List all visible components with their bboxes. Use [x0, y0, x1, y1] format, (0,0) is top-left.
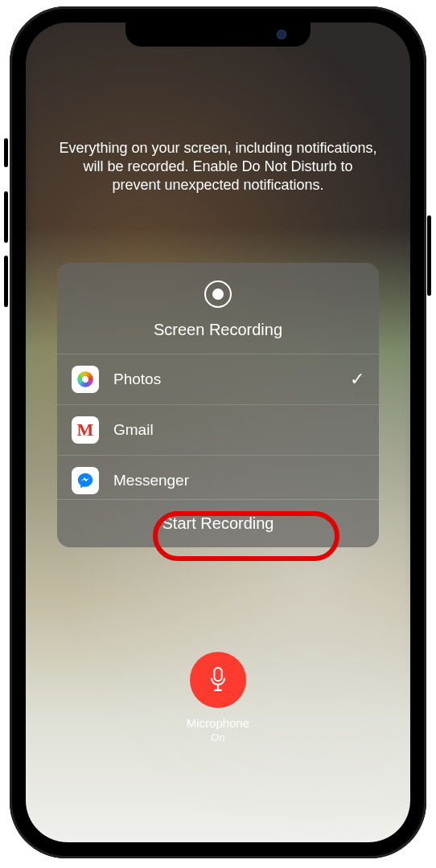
recording-warning-text: Everything on your screen, including not… [57, 139, 379, 194]
app-label: Gmail [113, 421, 364, 439]
start-recording-button[interactable]: Start Recording [57, 499, 379, 547]
screen: Everything on your screen, including not… [26, 23, 410, 842]
microphone-toggle-area: Microphone On [138, 652, 298, 743]
device-notch [125, 23, 311, 47]
microphone-button[interactable] [190, 652, 246, 708]
microphone-status: On [138, 731, 298, 743]
phone-frame: Everything on your screen, including not… [10, 6, 426, 858]
power-button[interactable] [427, 215, 431, 296]
app-row-photos[interactable]: Photos ✓ [57, 354, 379, 405]
record-icon [204, 280, 232, 308]
sheet-title: Screen Recording [57, 321, 379, 339]
gmail-app-icon: M [72, 416, 99, 444]
volume-down-button[interactable] [4, 256, 8, 307]
app-list[interactable]: Photos ✓ M Gmail Messenger [57, 354, 379, 506]
microphone-icon [207, 665, 229, 694]
start-recording-label: Start Recording [162, 514, 274, 532]
checkmark-icon: ✓ [350, 369, 364, 390]
front-camera [277, 30, 286, 39]
app-label: Photos [113, 371, 335, 388]
svg-rect-0 [214, 668, 221, 681]
app-row-gmail[interactable]: M Gmail [57, 405, 379, 456]
app-label: Messenger [113, 472, 364, 489]
messenger-app-icon [72, 467, 99, 494]
photos-app-icon [72, 366, 99, 393]
mute-switch[interactable] [4, 138, 8, 167]
screen-recording-sheet: Screen Recording Photos ✓ M Gmail Messen… [57, 263, 379, 547]
app-row-messenger[interactable]: Messenger [57, 456, 379, 506]
microphone-label: Microphone [138, 716, 298, 730]
volume-up-button[interactable] [4, 191, 8, 243]
sheet-header: Screen Recording [57, 263, 379, 354]
